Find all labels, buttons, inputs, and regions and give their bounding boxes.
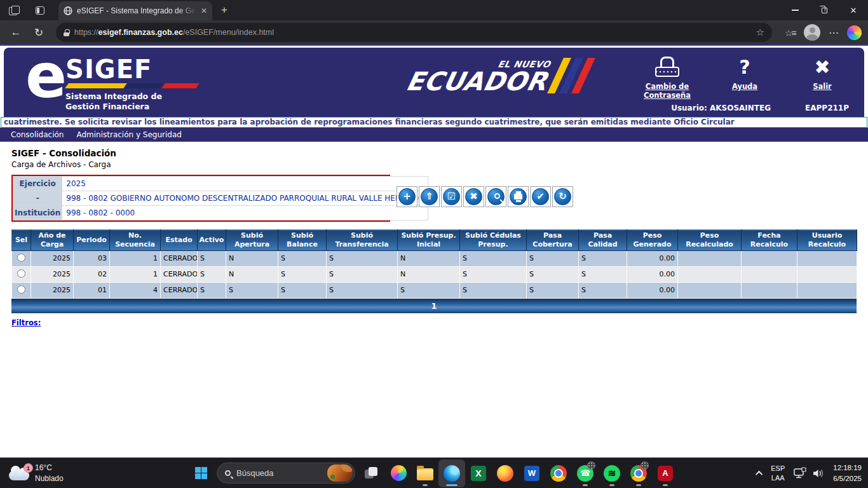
bookmark-star-icon[interactable]	[756, 27, 764, 38]
taskbar-task-view-button[interactable]	[358, 459, 385, 487]
column-header: Subió Transferencia	[327, 230, 398, 251]
windows-logo-icon	[195, 467, 207, 479]
window-restore-button[interactable]	[810, 0, 839, 20]
select-cell	[12, 282, 31, 298]
column-header: Periodo	[74, 230, 110, 251]
menu-item-administracion[interactable]: Administración y Seguridad	[71, 130, 187, 139]
network-volume-group[interactable]	[793, 467, 825, 480]
language-indicator[interactable]: ESP LAA	[771, 464, 785, 483]
table-cell: CERRADO	[161, 266, 198, 282]
form-row: -998 - 0802 GOBIERNO AUTONOMO DESCENTRAL…	[13, 191, 428, 205]
url-text: https://esigef.finanzas.gob.ec/eSIGEF/me…	[74, 28, 751, 37]
taskbar-spotify-button[interactable]	[599, 459, 625, 487]
refresh-button[interactable]: ↻	[29, 23, 48, 42]
table-cell	[797, 282, 857, 298]
header-link-logout[interactable]: ✖Salir	[793, 54, 851, 100]
task-view-icon	[365, 467, 379, 479]
table-cell: N	[398, 250, 460, 266]
profile-avatar[interactable]	[804, 24, 820, 41]
row-select-radio[interactable]	[17, 285, 25, 294]
table-cell	[742, 250, 797, 266]
view-detail-icon	[487, 188, 505, 205]
print-button[interactable]	[508, 186, 529, 207]
column-header: Sel	[12, 230, 31, 251]
logo-subtitle-2: Gestión Financiera	[65, 102, 198, 112]
address-bar[interactable]: https://esigef.finanzas.gob.ec/eSIGEF/me…	[56, 23, 772, 42]
taskbar-chrome-button[interactable]	[545, 459, 572, 487]
taskbar-copilot-button[interactable]	[385, 459, 412, 487]
table-cell: S	[278, 282, 327, 298]
chrome-icon	[550, 465, 567, 482]
start-button[interactable]	[188, 461, 214, 486]
view-detail-button[interactable]	[485, 186, 506, 207]
delete-file-button[interactable]: ✖	[463, 186, 484, 207]
form-value: 998 - 0802 GOBIERNO AUTONOMO DESCENTRALI…	[62, 191, 428, 205]
row-select-radio[interactable]	[17, 269, 25, 278]
search-placeholder: Búsqueda	[236, 468, 322, 478]
site-lock-icon[interactable]	[64, 29, 69, 36]
page-content: SIGEF - Consolidación Carga de Archivos …	[0, 142, 868, 328]
browser-menu-icon[interactable]	[824, 27, 843, 39]
table-cell: 02	[74, 266, 110, 282]
firefox-icon	[497, 465, 513, 482]
taskbar-acrobat-button[interactable]	[652, 459, 679, 487]
back-button[interactable]: ←	[6, 23, 25, 42]
approve-quality-icon: ✔	[532, 188, 549, 205]
table-cell: CERRADO	[161, 250, 198, 266]
taskbar-chrome-profile2-button[interactable]	[625, 459, 652, 487]
filters-link[interactable]: Filtros:	[11, 318, 41, 327]
table-cell: 01	[74, 282, 110, 298]
logo-e: e	[25, 53, 64, 112]
browser-tab[interactable]: eSIGEF - Sistema Integrado de Ge	[58, 1, 212, 20]
tab-actions-icon[interactable]	[36, 6, 44, 15]
taskbar-excel-button[interactable]	[465, 459, 492, 487]
taskbar-weather-widget[interactable]: 1 16°C Nublado	[9, 463, 64, 483]
column-header: Peso Generado	[627, 230, 678, 251]
header-link-label: Cambio de Contraseña	[638, 82, 696, 100]
table-cell	[678, 266, 742, 282]
form-row: Ejercicio2025	[13, 177, 428, 191]
clock[interactable]: 12:18:19 6/5/2025	[833, 463, 862, 483]
taskbar-word-button[interactable]	[519, 459, 545, 487]
taskbar-whatsapp-button[interactable]	[572, 459, 599, 487]
approve-quality-button[interactable]: ✔	[530, 186, 551, 207]
page-1-link[interactable]: 1	[431, 301, 437, 311]
taskbar-file-explorer-button[interactable]	[412, 459, 438, 487]
header-link-change-password[interactable]: Cambio de Contraseña	[638, 54, 696, 100]
favorites-list-icon[interactable]	[780, 27, 800, 38]
browser-toolbar: ← ↻ https://esigef.finanzas.gob.ec/eSIGE…	[0, 20, 868, 46]
upload-file-button[interactable]: ⇑	[419, 186, 440, 207]
recalculate-search-icon: ↻	[554, 188, 571, 205]
running-indicator	[583, 484, 588, 486]
header-link-help[interactable]: ?Ayuda	[715, 54, 774, 100]
table-cell	[797, 266, 857, 282]
taskbar-edge-button[interactable]	[438, 459, 465, 487]
window-close-button[interactable]	[839, 0, 868, 20]
menu-item-consolidacion[interactable]: Consolidación	[5, 130, 69, 139]
table-cell	[678, 250, 742, 266]
tab-close-icon[interactable]	[201, 6, 207, 15]
column-header: No. Secuencia	[110, 230, 161, 251]
taskbar-search[interactable]: Búsqueda	[217, 463, 355, 484]
copilot-icon[interactable]	[847, 25, 862, 40]
padlock-icon	[654, 57, 680, 78]
table-cell: S	[198, 282, 226, 298]
tray-overflow-chevron-icon[interactable]	[756, 470, 763, 477]
page-title: SIGEF - Consolidación	[11, 148, 857, 158]
running-indicator	[609, 484, 614, 486]
select-cell	[12, 266, 31, 282]
row-select-radio[interactable]	[17, 254, 25, 262]
workspaces-icon[interactable]	[9, 6, 19, 15]
recalculate-search-button[interactable]: ↻	[552, 186, 573, 207]
new-tab-button[interactable]	[221, 4, 227, 17]
table-row: 2025021CERRADOSNSSNSSS0.00	[12, 266, 857, 282]
column-header: Subió Balance	[278, 230, 327, 251]
validate-file-button[interactable]: ☑	[441, 186, 462, 207]
screen: eSIGEF - Sistema Integrado de Ge ← ↻ htt…	[0, 0, 868, 488]
table-cell: 0.00	[627, 250, 678, 266]
window-minimize-button[interactable]	[780, 0, 810, 20]
taskbar-firefox-button[interactable]	[492, 459, 519, 487]
validate-file-icon: ☑	[443, 188, 460, 205]
table-cell: N	[226, 250, 278, 266]
new-record-button[interactable]: +	[397, 186, 417, 207]
